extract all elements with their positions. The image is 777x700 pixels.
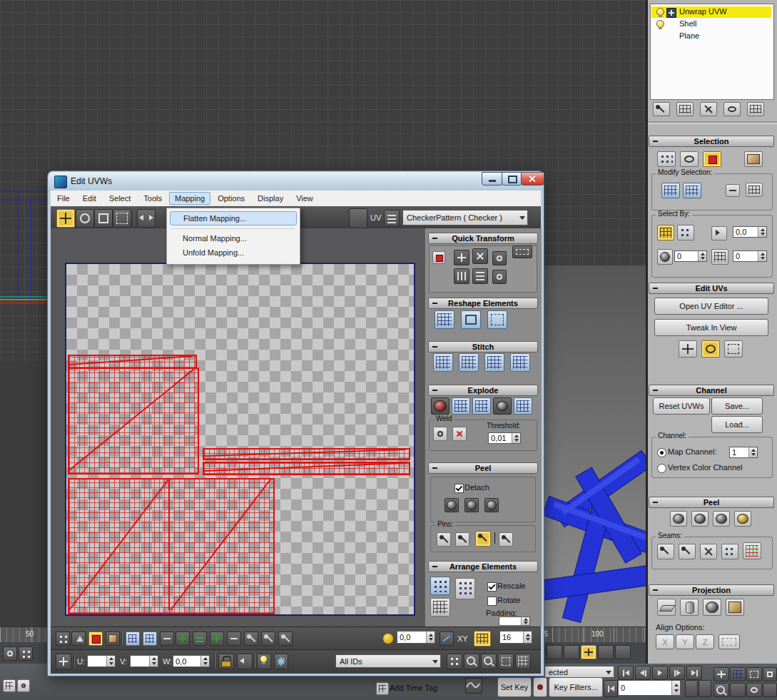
loop-minus-icon[interactable]: [160, 631, 174, 646]
rotate-checkbox[interactable]: [487, 597, 497, 606]
rollout-projection-header[interactable]: Projection: [649, 584, 774, 596]
polygon-mode-icon[interactable]: [703, 151, 721, 167]
select-by-smoothing-icon[interactable]: [657, 249, 673, 265]
pan-icon[interactable]: [730, 683, 746, 697]
align-z-button[interactable]: Z: [696, 634, 714, 649]
spinner-arrows[interactable]: [758, 227, 766, 237]
time-config-icon[interactable]: [685, 680, 698, 697]
explode-faces-icon[interactable]: [472, 397, 491, 415]
rotate-ccw-icon[interactable]: [492, 251, 507, 265]
select-ring-icon[interactable]: [746, 183, 763, 197]
rescale-checkbox[interactable]: [487, 582, 497, 592]
load-uvws-button[interactable]: Load...: [711, 416, 763, 433]
key-toggle-icon[interactable]: [581, 645, 596, 659]
spinner-up-icon[interactable]: [514, 435, 519, 437]
select-by-color-icon[interactable]: [657, 225, 674, 240]
stitch-source-icon[interactable]: [484, 353, 504, 372]
align-normal-button[interactable]: [718, 634, 740, 649]
save-uvws-button[interactable]: Save...: [711, 397, 763, 415]
seam-slash-icon[interactable]: [700, 544, 717, 559]
zoom-icon[interactable]: [713, 683, 729, 697]
uv-relax-icon[interactable]: [724, 340, 743, 357]
dope-sheet-icon[interactable]: [19, 646, 33, 661]
seam-dots-icon[interactable]: [721, 544, 738, 559]
modifier-expand-icon[interactable]: [666, 8, 676, 18]
hide-selected-icon[interactable]: [237, 654, 253, 669]
selection-filter-dropdown[interactable]: ected: [544, 666, 614, 678]
lightbulb-icon[interactable]: [654, 19, 666, 31]
open-uv-editor-button[interactable]: Open UV Editor ...: [654, 298, 768, 315]
time-tag-icon[interactable]: [376, 682, 389, 695]
spinner-down-icon[interactable]: [761, 257, 765, 260]
quick-peel-icon[interactable]: [670, 511, 687, 527]
menu-item-unfold-mapping[interactable]: Unfold Mapping...: [170, 245, 297, 260]
snap-grid-icon[interactable]: [474, 631, 491, 646]
uv-transform-icon[interactable]: [679, 340, 697, 357]
ring-minus-icon[interactable]: [227, 631, 241, 646]
cylindrical-map-icon[interactable]: [680, 599, 699, 616]
grow-uv-selection-icon[interactable]: [126, 631, 140, 646]
spinner-down-icon[interactable]: [429, 638, 433, 641]
rollout-reshape-header[interactable]: Reshape Elements: [428, 298, 538, 309]
zoom-region-icon[interactable]: [746, 667, 762, 681]
weld-selected-icon[interactable]: [452, 427, 467, 441]
lightbulb-icon[interactable]: [654, 7, 666, 19]
set-key-toggle-button[interactable]: [533, 677, 547, 697]
menu-select[interactable]: Select: [103, 192, 137, 205]
material-id-filter-dropdown[interactable]: All IDs: [335, 654, 441, 668]
modifier-stack-item-unwrap-uvw[interactable]: Unwrap UVW: [651, 6, 771, 18]
spinner-up-icon[interactable]: [429, 634, 433, 636]
reset-uvws-button[interactable]: Reset UVWs: [653, 397, 710, 415]
spinner-up-icon[interactable]: [152, 657, 156, 660]
space-vertical-icon[interactable]: [472, 268, 488, 284]
rectangularize-tool-icon[interactable]: [487, 310, 507, 329]
pack-full-icon[interactable]: [455, 578, 475, 599]
spinner-up-icon[interactable]: [751, 449, 756, 452]
rollout-channel-header[interactable]: Channel: [649, 385, 774, 396]
soft-selection-icon[interactable]: [382, 633, 394, 644]
zoom-all-icon[interactable]: [730, 667, 746, 681]
paint-grow-icon[interactable]: [261, 631, 275, 646]
maximize-viewport-icon[interactable]: [763, 667, 777, 681]
spinner-down-icon[interactable]: [761, 233, 765, 235]
loop-grow-icon[interactable]: [193, 631, 207, 646]
mini-curve-icon[interactable]: [465, 678, 482, 694]
spinner-up-icon[interactable]: [524, 618, 528, 621]
key-next-icon[interactable]: [598, 645, 614, 659]
explode-elements-icon[interactable]: [493, 397, 512, 415]
play-button[interactable]: [652, 666, 668, 680]
element-mode-icon[interactable]: [744, 151, 763, 167]
show-end-result-icon[interactable]: [676, 102, 694, 116]
set-key-button[interactable]: Set Key: [497, 677, 532, 697]
falloff-curve-icon[interactable]: [440, 631, 454, 646]
spinner-down-icon[interactable]: [524, 622, 528, 624]
menu-item-normal-mapping[interactable]: Normal Mapping...: [170, 231, 297, 245]
select-by-cursor-icon[interactable]: [711, 226, 727, 240]
zoom-region-view-icon[interactable]: [498, 654, 514, 669]
align-vertical-icon[interactable]: [472, 248, 488, 264]
pin-tool-icon[interactable]: [437, 532, 451, 547]
mirror-tool-icon[interactable]: [137, 209, 156, 228]
spinner-up-icon[interactable]: [203, 657, 208, 660]
configure-modifier-sets-icon[interactable]: [747, 102, 764, 116]
spinner-up-icon[interactable]: [526, 634, 530, 636]
orbit-icon[interactable]: [746, 683, 762, 697]
spinner-arrows[interactable]: [523, 631, 532, 643]
spinner-arrows[interactable]: [426, 631, 435, 643]
absolute-mode-icon[interactable]: [56, 654, 71, 669]
lock-selection-icon[interactable]: [218, 654, 234, 669]
ring-plus-icon[interactable]: [210, 631, 224, 646]
pin-stack-icon[interactable]: [653, 102, 670, 116]
quick-peel-button[interactable]: [445, 498, 459, 512]
align-x-button[interactable]: X: [656, 634, 674, 649]
go-to-start-button[interactable]: [618, 666, 634, 680]
curve-editor-icon[interactable]: [3, 646, 17, 661]
detach-checkbox[interactable]: [454, 484, 464, 493]
spinner-arrows[interactable]: [748, 447, 757, 457]
dialog-title-bar[interactable]: Edit UVWs: [49, 172, 543, 191]
freeze-icon[interactable]: [274, 654, 288, 669]
rollout-quick-transform-header[interactable]: Quick Transform: [428, 233, 538, 244]
zoom-view-icon[interactable]: [464, 654, 479, 669]
next-frame-button[interactable]: [669, 666, 685, 680]
spinner-arrows[interactable]: [149, 656, 158, 666]
